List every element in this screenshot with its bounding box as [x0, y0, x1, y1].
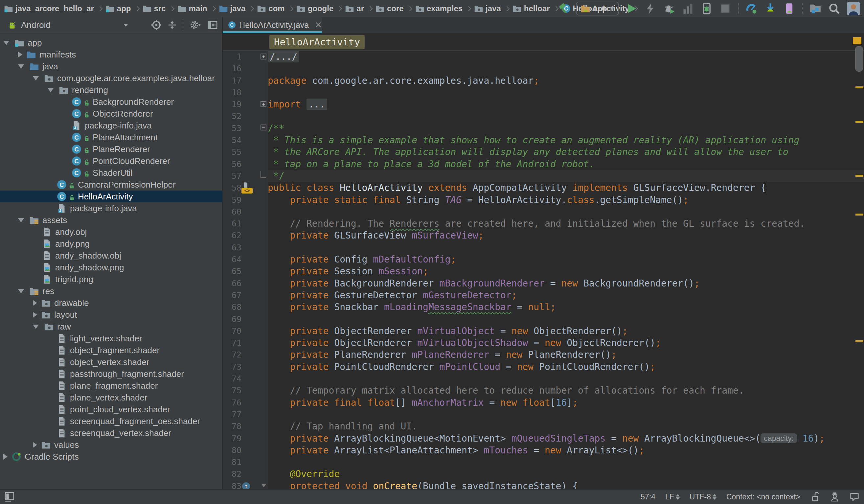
fold-collapse-icon[interactable]: −: [261, 124, 266, 130]
tree-item-object-fragment-shader[interactable]: object_fragment.shader: [0, 344, 222, 356]
code-editor[interactable]: C HelloArActivity.java ✕ HelloArActivity…: [223, 17, 864, 490]
attach-debugger-button[interactable]: [701, 3, 712, 14]
chevron-down-icon[interactable]: [18, 289, 24, 293]
tree-item-screenquad-fragment-oes-shader[interactable]: screenquad_fragment_oes.shader: [0, 415, 222, 427]
tree-item-planeattachment[interactable]: CPlaneAttachment: [0, 131, 222, 143]
chevron-down-icon[interactable]: [48, 88, 53, 92]
search-everywhere-icon[interactable]: [828, 3, 840, 14]
tree-item-andy-shadow-png[interactable]: andy_shadow.png: [0, 262, 222, 273]
tree-item-backgroundrenderer[interactable]: CBackgroundRenderer: [0, 96, 222, 108]
breadcrumb-item-java[interactable]: java: [474, 4, 501, 13]
run-button[interactable]: [626, 3, 638, 14]
fold-expand-icon[interactable]: +: [261, 101, 266, 107]
locate-file-icon[interactable]: [151, 20, 161, 30]
run-config-selector[interactable]: app: [576, 2, 619, 15]
fold-arrow-icon[interactable]: [261, 484, 266, 487]
debug-button[interactable]: [663, 3, 675, 14]
tree-item-assets[interactable]: assets: [0, 214, 222, 226]
breadcrumb-item-core[interactable]: core: [375, 4, 404, 13]
tree-item-java[interactable]: java: [0, 60, 222, 72]
tree-item-andy-shadow-obj[interactable]: andy_shadow.obj: [0, 250, 222, 262]
tree-item-object-vertex-shader[interactable]: object_vertex.shader: [0, 356, 222, 368]
tree-item-plane-fragment-shader[interactable]: plane_fragment.shader: [0, 380, 222, 392]
breadcrumb-item-java_arcore_hello_ar[interactable]: java_arcore_hello_ar: [4, 4, 94, 13]
tree-item-manifests[interactable]: manifests: [0, 49, 222, 60]
line-separator[interactable]: LF: [665, 492, 680, 501]
breadcrumb-item-ar[interactable]: ar: [345, 4, 364, 13]
editor-scrollbar[interactable]: [855, 46, 863, 72]
warning-stripe-mark[interactable]: [855, 86, 863, 88]
tab-helloaractivity[interactable]: C HelloArActivity.java ✕: [223, 17, 322, 33]
event-log-icon[interactable]: [850, 492, 860, 502]
tree-item-objectrenderer[interactable]: CObjectRenderer: [0, 108, 222, 120]
chevron-right-icon[interactable]: [3, 454, 8, 460]
tree-item-passthrough-fragment-shader[interactable]: passthrough_fragment.shader: [0, 368, 222, 380]
breadcrumb-item-helloar[interactable]: helloar: [513, 4, 550, 13]
warning-stripe-mark[interactable]: [855, 214, 863, 216]
profiler-icon[interactable]: [746, 3, 758, 14]
breadcrumb-item-src[interactable]: src: [143, 4, 166, 13]
tree-item-helloaractivity[interactable]: CHelloArActivity: [0, 191, 222, 202]
run-context[interactable]: Context: <no context>: [727, 492, 800, 501]
tree-item-plane-vertex-shader[interactable]: plane_vertex.shader: [0, 392, 222, 404]
gear-icon[interactable]: [189, 20, 202, 30]
related-file-icon[interactable]: [242, 182, 249, 188]
tree-item-planerenderer[interactable]: CPlaneRenderer: [0, 143, 222, 155]
warning-stripe-mark[interactable]: [855, 121, 863, 123]
project-view-selector[interactable]: Android: [21, 20, 51, 30]
breadcrumb-item-java[interactable]: java: [219, 4, 246, 13]
tree-item-app[interactable]: app: [0, 37, 222, 49]
tree-item-layout[interactable]: layout: [0, 309, 222, 321]
tree-item-package-info-java[interactable]: Jpackage-info.java: [0, 120, 222, 131]
chevron-down-icon[interactable]: [33, 76, 39, 81]
breadcrumb-item-examples[interactable]: examples: [415, 4, 463, 13]
chevron-right-icon[interactable]: [18, 51, 22, 58]
profile-button[interactable]: [682, 3, 694, 14]
tool-window-switcher-icon[interactable]: [4, 492, 14, 502]
close-icon[interactable]: ✕: [315, 20, 322, 30]
project-structure-icon[interactable]: [809, 3, 821, 14]
tree-item-com-google-ar-core-examples-java-helloar[interactable]: com.google.ar.core.examples.java.helloar: [0, 72, 222, 84]
apply-changes-icon[interactable]: [645, 3, 656, 14]
stop-button[interactable]: [719, 3, 731, 14]
fold-expand-icon[interactable]: +: [261, 53, 266, 59]
highlighting-level-icon[interactable]: [830, 492, 840, 502]
chevron-down-icon[interactable]: [123, 24, 128, 27]
tree-item-andy-png[interactable]: andy.png: [0, 238, 222, 250]
chevron-right-icon[interactable]: [33, 300, 37, 306]
chevron-down-icon[interactable]: [3, 41, 9, 45]
chevron-right-icon[interactable]: [33, 442, 37, 448]
tree-item-point-cloud-vertex-shader[interactable]: point_cloud_vertex.shader: [0, 404, 222, 415]
tree-item-gradle-scripts[interactable]: Gradle Scripts: [0, 451, 222, 463]
breadcrumb-item-com[interactable]: com: [257, 4, 285, 13]
collapse-all-icon[interactable]: [167, 20, 177, 30]
user-avatar[interactable]: [847, 2, 860, 15]
build-button[interactable]: [557, 3, 569, 14]
chevron-down-icon[interactable]: [18, 64, 24, 69]
tree-item-raw[interactable]: raw: [0, 321, 222, 333]
warning-stripe-mark[interactable]: [855, 175, 863, 177]
related-xml-icon[interactable]: <>: [241, 188, 253, 193]
tree-item-drawable[interactable]: drawable: [0, 297, 222, 309]
hide-panel-icon[interactable]: [208, 20, 217, 30]
file-encoding[interactable]: UTF-8: [689, 492, 717, 501]
tree-item-andy-obj[interactable]: andy.obj: [0, 226, 222, 238]
tree-item-light-vertex-shader[interactable]: light_vertex.shader: [0, 333, 222, 344]
caret-position[interactable]: 57:4: [640, 492, 656, 501]
breadcrumb-item-app[interactable]: app: [106, 4, 131, 13]
tree-item-package-info-java[interactable]: Jpackage-info.java: [0, 202, 222, 214]
avd-manager-icon[interactable]: [783, 3, 795, 14]
warning-stripe-mark[interactable]: [855, 340, 863, 342]
readonly-lock-icon[interactable]: [810, 492, 820, 502]
chevron-down-icon[interactable]: [18, 218, 24, 223]
chevron-right-icon[interactable]: [33, 312, 37, 318]
breadcrumb-item-main[interactable]: main: [177, 4, 207, 13]
tree-item-shaderutil[interactable]: CShaderUtil: [0, 167, 222, 179]
chevron-down-icon[interactable]: [33, 325, 39, 329]
tree-item-trigrid-png[interactable]: trigrid.png: [0, 273, 222, 285]
override-method-icon[interactable]: ↑: [242, 482, 250, 490]
tree-item-values[interactable]: values: [0, 439, 222, 451]
code-area[interactable]: 1+/.../1617package com.google.ar.core.ex…: [223, 51, 864, 490]
inspection-indicator[interactable]: [853, 37, 861, 44]
tree-item-screenquad-vertex-shader[interactable]: screenquad_vertex.shader: [0, 427, 222, 439]
